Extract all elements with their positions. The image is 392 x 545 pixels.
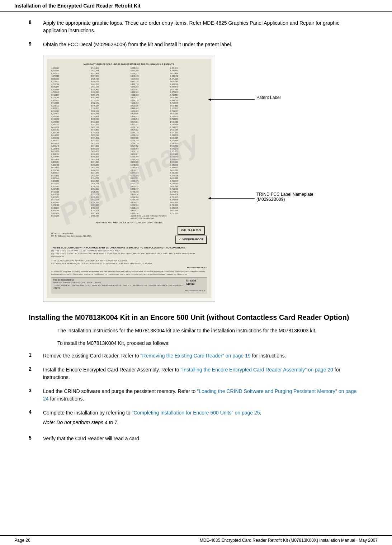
patent-number: D433,424 — [170, 161, 207, 164]
patent-number: 6,026,989 — [170, 183, 207, 185]
patent-number: 5,956,259 — [91, 164, 128, 166]
patent-number: D432,141 — [91, 102, 128, 104]
patent-number: 4,607,033 — [131, 78, 167, 80]
patent-number: 6,710,701 — [170, 188, 207, 190]
patent-number: 6,169,477 — [51, 80, 88, 83]
patent-number: 6,571,151 — [170, 132, 207, 134]
patent-number: D414,779 — [51, 134, 88, 137]
patent-number: D415,171 — [131, 169, 167, 172]
patent-number: ADDITIONAL U.S. AND FOREIGN PATENTS APPL… — [131, 215, 167, 219]
patent-number: 4,938,571 — [51, 123, 88, 126]
patent-number: 4,726,796 — [51, 83, 88, 86]
patent-number: 5,606,649 — [170, 86, 207, 88]
patent-number: D429,739 — [91, 78, 128, 80]
step-4-block: 4 Complete the installation by referring… — [29, 409, 363, 428]
patent-number: D440,579 — [170, 193, 207, 196]
patent-number: 6,681,814 — [91, 161, 128, 164]
step-5-number: 5 — [29, 435, 43, 441]
patent-number: D413,902 — [51, 118, 88, 120]
patent-number: 6,690,275 — [91, 169, 128, 172]
footer-left: Page 26 — [14, 538, 30, 543]
step-5-block: 5 Verify that the Card Reader will read … — [29, 435, 363, 442]
step-1-text: Remove the existing Card Reader. Refer t… — [43, 352, 363, 360]
step-2-number: 2 — [29, 366, 43, 372]
patent-number: 5,954,080 — [170, 158, 207, 161]
patent-number: 6,119,110 — [131, 99, 167, 102]
patent-number: D433,031 — [91, 118, 128, 120]
patent-number: D413,317 — [131, 96, 167, 99]
patent-number: D413,338 — [51, 102, 88, 104]
patent-number: 6,275,748 — [131, 139, 167, 142]
step-2-text: Install the Encore Encrypted Card Reader… — [43, 366, 363, 381]
step-1-link[interactable]: "Removing the Existing Card Reader" on p… — [141, 353, 251, 359]
step-9-block: 9 Obtain the FCC Decal (M02962B009) from… — [29, 41, 363, 48]
patent-number: 6,167,813 — [51, 113, 88, 115]
patent-number: D456,820 — [170, 202, 207, 204]
step-2-link[interactable]: "Installing the Encore Encrypted Card Re… — [180, 367, 333, 373]
page-wrapper: Installation of the Encrypted Card Reade… — [0, 0, 392, 545]
patent-number: D413,167 — [51, 166, 88, 169]
step-3-block: 3 Load the CRIND software and purge the … — [29, 388, 363, 403]
patent-number: D414,780 — [131, 137, 167, 139]
patent-number: 4,743,848 — [131, 86, 167, 88]
patent-number: 6,736,313 — [91, 202, 128, 204]
patent-number: 6,052,620 — [91, 188, 128, 190]
patent-number: D413,609 — [131, 113, 167, 115]
patent-number: 6,751,190 — [170, 212, 207, 215]
step-4-link[interactable]: "Completing Installation for Encore 500 … — [132, 410, 260, 416]
patent-number: 5,543,848 — [91, 67, 128, 70]
patent-number: 6,499,518 — [170, 99, 207, 102]
patent-number: 6,123,113 — [51, 105, 88, 107]
patent-number: D417,396 — [51, 199, 88, 201]
decal-content: Preliminary MANUFACTURED OR SOLD UNDER O… — [47, 59, 211, 298]
patent-number: D415,168 — [51, 158, 88, 161]
patent-number: 6,380,853 — [51, 202, 88, 204]
patent-number: D457,064 — [91, 207, 128, 209]
patent-number: 5,066,174 — [131, 142, 167, 145]
patent-number: 5,548,681 — [170, 70, 207, 72]
patent-number: 5,228,084 — [51, 156, 88, 158]
patent-number: D380,719 — [131, 80, 167, 83]
patent-number: D414,501 — [51, 126, 88, 129]
patent-number: 6,123,368 — [51, 96, 88, 99]
patent-number: 5,719,779 — [170, 102, 207, 104]
veeder-root-logo: ✓ VEEDER-ROOT — [175, 236, 207, 243]
intro-text-1: The installation instructions for the M0… — [57, 327, 363, 335]
trind-section: FCC ID: M0302BMR13 MANUFACTURER: GILBARC… — [51, 277, 207, 293]
patent-number: 5,407,115 — [131, 183, 167, 185]
patent-number: 6,529,600 — [170, 115, 207, 118]
patent-number: 6,708,787 — [91, 185, 128, 188]
patent-number: 6,338,369 — [51, 169, 88, 172]
patent-number: 5,384,650 — [51, 180, 88, 183]
patent-number: D443,824 — [91, 199, 128, 201]
step-4-number: 4 — [29, 409, 43, 415]
patent-number: 6,185,307 — [51, 121, 88, 123]
patent-number: D416,916 — [131, 193, 167, 196]
step-3-text: Load the CRIND software and purge the pe… — [43, 388, 363, 403]
patent-number: D432,543 — [170, 96, 207, 99]
patent-number: 6,418,780 — [131, 212, 167, 215]
step-1-block: 1 Remove the existing Card Reader. Refer… — [29, 352, 363, 360]
patent-number: 6,187,227 — [131, 123, 167, 126]
page-footer: Page 26 MDE-4635 Encrypted Card Reader R… — [0, 535, 392, 545]
patent-number: D433,033 — [170, 113, 207, 115]
patent-number: 5,358,914 — [51, 172, 88, 174]
patent-number: 5,134,548 — [51, 148, 88, 150]
patent-number: 4,940,577 — [51, 139, 88, 142]
patent-number: D415,166 — [51, 150, 88, 153]
patent-number: 6,263,319 — [51, 137, 88, 139]
patent-number: D413,124 — [51, 94, 88, 96]
patent-number: 4,560,504 — [131, 70, 167, 72]
patent-number: 6,357,493 — [51, 185, 88, 188]
patent-number: 4,867,369 — [51, 132, 88, 134]
patent-number: D415,171 — [51, 175, 88, 177]
patent-number: 5,345,879 — [131, 166, 167, 169]
patent-number: D433,036 — [91, 134, 128, 137]
intro-text-2: To install the M07813K004 Kit, proceed a… — [57, 340, 363, 347]
patent-number: 5,734,851 — [91, 115, 128, 118]
patent-number: 5,446,635 — [131, 191, 167, 193]
patent-number: D413,339 — [131, 105, 167, 107]
patent-number: D433,686 — [170, 169, 207, 172]
patent-number: 4,836,730 — [131, 126, 167, 129]
patent-number: 4,536,927 — [51, 67, 88, 70]
